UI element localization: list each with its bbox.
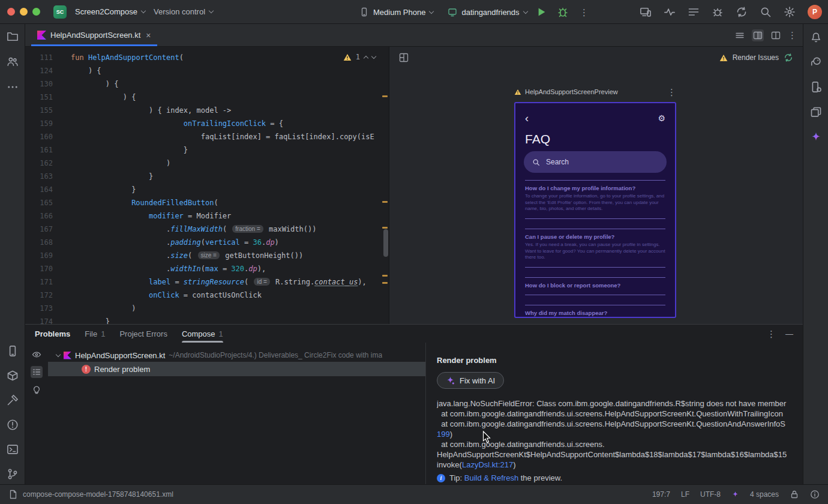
more-tool-windows-button[interactable] — [5, 79, 20, 95]
details-list-icon — [32, 367, 41, 377]
back-arrow-icon[interactable]: ‹ — [525, 113, 529, 124]
faq-item[interactable]: Why did my match disappear? — [525, 305, 665, 318]
problems-file-row[interactable]: HelpAndSupportScreen.kt ~/AndroidStudioP… — [48, 349, 425, 362]
refresh-icon[interactable] — [784, 53, 793, 62]
gemini-sparkle-icon — [810, 131, 822, 143]
render-issues-label[interactable]: Render Issues — [733, 53, 779, 62]
minimize-window-button[interactable] — [20, 8, 28, 16]
problems-tabs: File1Project ErrorsCompose1 — [85, 325, 223, 343]
editor-tab[interactable]: HelpAndSupportScreen.kt × — [31, 24, 157, 46]
split-editor-toggle[interactable] — [752, 29, 764, 41]
faq-item[interactable]: Can I pause or delete my profile?Yes. If… — [525, 229, 665, 268]
preview-stage: HelpAndSupportScreenPreview ⋮ ‹ ⚙ FAQ — [514, 85, 676, 318]
app-insights-button[interactable] — [712, 6, 724, 18]
editor-scrollbar[interactable] — [383, 229, 388, 257]
close-window-button[interactable] — [7, 8, 15, 16]
preview-label-row[interactable]: HelpAndSupportScreenPreview ⋮ — [514, 85, 676, 98]
device-selector[interactable]: Medium Phone — [359, 7, 433, 17]
details-view-toggle[interactable] — [31, 366, 43, 378]
warning-stripe-mark[interactable] — [382, 275, 388, 277]
code-line: 161} — [25, 143, 389, 157]
inspection-widget[interactable]: 1 — [341, 52, 378, 62]
settings-button[interactable] — [784, 6, 796, 18]
gradle-tool-button[interactable] — [808, 54, 824, 70]
problems-error-row[interactable]: ! Render problem — [48, 362, 425, 376]
ui-check-grid-icon[interactable] — [399, 53, 409, 62]
stack-link[interactable]: LazyDsl.kt:217 — [462, 460, 513, 469]
build-refresh-link[interactable]: Build & Refresh — [464, 473, 518, 482]
faq-search-bar[interactable]: Search — [524, 151, 667, 173]
chevron-down-icon[interactable] — [371, 53, 376, 58]
faq-item[interactable]: How do I block or report someone? — [525, 277, 665, 295]
faq-item[interactable]: How do I change my profile information?T… — [525, 180, 665, 219]
code-editor[interactable]: 111fun HelpAndSupportContent(124) {130) … — [25, 47, 389, 324]
stack-line: HelpAndSupportScreenKt$HelpAndSupportCon… — [437, 449, 803, 460]
warning-stripe-mark[interactable] — [382, 95, 388, 97]
lock-icon[interactable] — [790, 490, 799, 499]
device-manager-button[interactable] — [808, 79, 824, 95]
problem-detail-title: Render problem — [437, 356, 803, 365]
project-menu[interactable]: Screen2Compose — [75, 7, 145, 16]
git-tool-button[interactable] — [5, 466, 20, 482]
gradle-sync-button[interactable] — [736, 6, 748, 18]
kebab-icon[interactable]: ⋮ — [788, 31, 797, 40]
kebab-icon: ⋮ — [580, 8, 589, 17]
file-encoding[interactable]: UTF-8 — [700, 490, 721, 499]
debug-button[interactable] — [555, 4, 571, 20]
ai-sparkle-icon[interactable] — [731, 491, 739, 499]
problems-tab-project-errors[interactable]: Project Errors — [119, 325, 167, 343]
phone-icon — [359, 7, 369, 17]
minimize-icon[interactable]: — — [785, 329, 793, 338]
preview-eye-icon[interactable] — [32, 350, 41, 359]
info-circle-icon[interactable] — [810, 490, 820, 499]
running-devices-tool-button[interactable] — [5, 343, 20, 359]
close-icon[interactable]: × — [146, 31, 151, 40]
lightbulb-icon[interactable] — [32, 385, 41, 394]
caret-position[interactable]: 197:7 — [652, 490, 670, 499]
search-everywhere-button[interactable] — [760, 6, 772, 18]
warning-stripe-mark[interactable] — [382, 227, 388, 229]
statusbar-file[interactable]: compose-compose-model-1758748140651.xml — [23, 490, 173, 499]
user-avatar[interactable]: P — [808, 5, 822, 19]
fix-with-ai-button[interactable]: Fix with AI — [437, 372, 504, 389]
device-manager-tool-button[interactable] — [5, 368, 20, 383]
warning-stripe-mark[interactable] — [382, 201, 388, 203]
gemini-button[interactable] — [808, 130, 824, 145]
chevron-up-icon[interactable] — [364, 55, 368, 60]
profiler-button[interactable] — [664, 6, 676, 18]
editor-list-icon[interactable] — [735, 31, 745, 40]
chevron-down-icon — [56, 352, 61, 356]
version-control-menu[interactable]: Version control — [154, 7, 213, 16]
problems-tab-file[interactable]: File1 — [85, 325, 105, 343]
kebab-icon[interactable]: ⋮ — [667, 88, 676, 97]
preview-toolbar: Render Issues — [389, 47, 803, 68]
warning-stripe-mark[interactable] — [382, 282, 388, 284]
gear-icon[interactable]: ⚙ — [658, 113, 665, 123]
commit-tool-button[interactable] — [5, 54, 20, 70]
bell-icon — [810, 31, 822, 43]
code-line: 173) — [25, 302, 389, 315]
project-tool-button[interactable] — [5, 29, 20, 44]
device-mirroring-button[interactable] — [640, 6, 652, 18]
more-actions-button[interactable]: ⋮ — [577, 4, 592, 20]
editor-tabbar: HelpAndSupportScreen.kt × ⋮ — [25, 24, 803, 47]
stack-link[interactable]: 199 — [437, 430, 450, 439]
resource-manager-button[interactable] — [808, 104, 824, 120]
run-config-selector[interactable]: datingandfriends — [448, 7, 527, 17]
terminal-tool-button[interactable] — [5, 442, 20, 457]
problems-mini-toolbar — [25, 343, 48, 484]
problems-tool-button[interactable] — [5, 417, 20, 433]
layout-view-icon[interactable] — [771, 31, 781, 40]
run-button[interactable] — [533, 4, 549, 20]
code-line: 159onTrailingIconClick = { — [25, 117, 389, 130]
notifications-button[interactable] — [808, 29, 824, 44]
build-tool-button[interactable] — [5, 392, 20, 408]
kebab-icon[interactable]: ⋮ — [767, 329, 776, 338]
line-separator[interactable]: LF — [681, 490, 689, 499]
compose-preview-pane: Render Issues HelpAndSupportScreenPrevie… — [389, 47, 803, 324]
stack-line: invoke(LazyDsl.kt:217) — [437, 460, 803, 470]
problems-tab-compose[interactable]: Compose1 — [182, 325, 223, 343]
zoom-window-button[interactable] — [32, 8, 40, 16]
logcat-button[interactable] — [688, 6, 700, 18]
indent-setting[interactable]: 4 spaces — [750, 490, 779, 499]
